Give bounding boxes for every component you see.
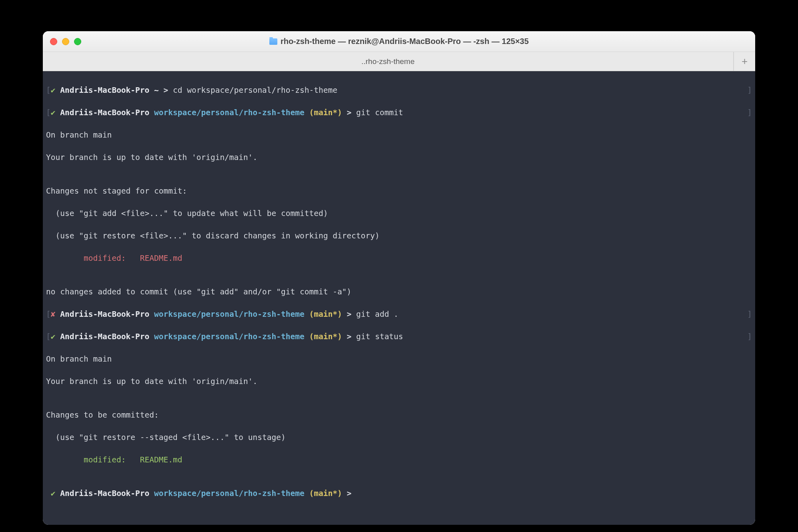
traffic-lights xyxy=(50,38,81,45)
prompt-line-current: ✔ Andriis-MacBook-Pro workspace/personal… xyxy=(46,488,752,499)
folder-icon xyxy=(269,38,277,45)
prompt-arrow: > xyxy=(347,108,351,117)
tab-label: ..rho-zsh-theme xyxy=(361,57,415,66)
tab-bar: ..rho-zsh-theme + xyxy=(43,52,755,71)
close-button[interactable] xyxy=(50,38,57,45)
output-modified-staged: modified: README.md xyxy=(46,454,752,466)
minimize-button[interactable] xyxy=(62,38,69,45)
titlebar: rho-zsh-theme — reznik@Andriis-MacBook-P… xyxy=(43,31,755,52)
output-line: Changes to be committed: xyxy=(46,410,752,421)
prompt-path: workspace/personal/rho-zsh-theme xyxy=(154,332,305,341)
prompt-branch: (main*) xyxy=(309,332,342,341)
prompt-arrow: > xyxy=(347,332,351,341)
bracket-close: ] xyxy=(747,85,752,96)
prompt-host: Andriis-MacBook-Pro xyxy=(60,310,149,319)
prompt-arrow: > xyxy=(347,489,351,498)
prompt-branch: (main*) xyxy=(309,489,342,498)
prompt-branch: (main*) xyxy=(309,108,342,117)
plus-icon: + xyxy=(742,55,748,68)
command-text: cd workspace/personal/rho-zsh-theme xyxy=(173,86,337,95)
terminal-content[interactable]: [✔ Andriis-MacBook-Pro ~ > cd workspace/… xyxy=(43,71,755,525)
prompt-arrow: > xyxy=(347,310,351,319)
prompt-host: Andriis-MacBook-Pro xyxy=(60,332,149,341)
bracket-open: [ xyxy=(46,108,51,117)
output-line: (use "git add <file>..." to update what … xyxy=(46,208,752,219)
window-title: rho-zsh-theme — reznik@Andriis-MacBook-P… xyxy=(43,37,755,46)
bracket-open: [ xyxy=(46,86,51,95)
output-line: no changes added to commit (use "git add… xyxy=(46,286,752,298)
bracket-open: [ xyxy=(46,310,51,319)
prompt-host: Andriis-MacBook-Pro xyxy=(60,86,149,95)
command-text: git status xyxy=(356,332,403,341)
status-fail-icon: ✘ xyxy=(51,310,56,319)
prompt-line: [✔ Andriis-MacBook-Pro ~ > cd workspace/… xyxy=(46,85,752,96)
output-line: (use "git restore --staged <file>..." to… xyxy=(46,432,752,443)
prompt-host: Andriis-MacBook-Pro xyxy=(60,108,149,117)
prompt-line: [✔ Andriis-MacBook-Pro workspace/persona… xyxy=(46,107,752,118)
prompt-branch: (main*) xyxy=(309,310,342,319)
status-ok-icon: ✔ xyxy=(51,108,56,117)
command-text: git commit xyxy=(356,108,403,117)
status-ok-icon: ✔ xyxy=(51,86,56,95)
prompt-arrow: > xyxy=(164,86,168,95)
fullscreen-button[interactable] xyxy=(74,38,81,45)
output-line: Your branch is up to date with 'origin/m… xyxy=(46,152,752,163)
prompt-path: workspace/personal/rho-zsh-theme xyxy=(154,108,305,117)
prompt-line: [✘ Andriis-MacBook-Pro workspace/persona… xyxy=(46,309,752,320)
output-line: Your branch is up to date with 'origin/m… xyxy=(46,376,752,387)
bracket-close: ] xyxy=(747,309,752,320)
prompt-home: ~ xyxy=(154,86,159,95)
output-line: (use "git restore <file>..." to discard … xyxy=(46,230,752,242)
terminal-window: rho-zsh-theme — reznik@Andriis-MacBook-P… xyxy=(43,31,755,525)
prompt-host: Andriis-MacBook-Pro xyxy=(60,489,149,498)
tab-active[interactable]: ..rho-zsh-theme xyxy=(43,52,734,71)
output-line: On branch main xyxy=(46,130,752,141)
prompt-path: workspace/personal/rho-zsh-theme xyxy=(154,310,305,319)
status-ok-icon: ✔ xyxy=(51,332,56,341)
bracket-open: [ xyxy=(46,332,51,341)
bracket-close: ] xyxy=(747,331,752,342)
new-tab-button[interactable]: + xyxy=(734,52,755,71)
prompt-line: [✔ Andriis-MacBook-Pro workspace/persona… xyxy=(46,331,752,342)
output-line: On branch main xyxy=(46,354,752,365)
command-text: git add . xyxy=(356,310,399,319)
status-ok-icon: ✔ xyxy=(51,489,56,498)
window-title-text: rho-zsh-theme — reznik@Andriis-MacBook-P… xyxy=(281,37,529,46)
output-line: Changes not staged for commit: xyxy=(46,186,752,197)
prompt-path: workspace/personal/rho-zsh-theme xyxy=(154,489,305,498)
output-modified-unstaged: modified: README.md xyxy=(46,253,752,264)
bracket-close: ] xyxy=(747,107,752,118)
